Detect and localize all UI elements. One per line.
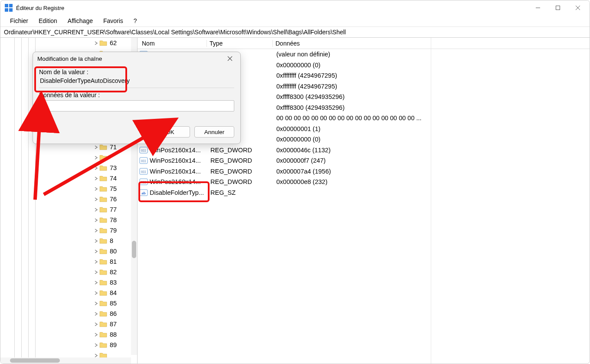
- chevron-right-icon[interactable]: [93, 177, 98, 180]
- tree-item[interactable]: 80: [0, 246, 137, 256]
- chevron-right-icon[interactable]: [93, 260, 98, 264]
- value-type-icon: 011: [139, 167, 148, 176]
- list-row[interactable]: ab DisableFolderTyp... REG_SZ: [138, 187, 590, 198]
- tree-item[interactable]: 83: [0, 277, 137, 288]
- chevron-right-icon[interactable]: [93, 312, 98, 316]
- menu-favorites[interactable]: Favoris: [98, 16, 128, 26]
- tree-item[interactable]: 77: [0, 204, 137, 215]
- tree-item-label: 77: [110, 206, 117, 213]
- folder-icon: [99, 248, 107, 255]
- window-title: Éditeur du Registre: [16, 5, 64, 11]
- close-button[interactable]: [568, 1, 588, 14]
- tree-item[interactable]: 79: [0, 225, 137, 236]
- tree-item[interactable]: 82: [0, 267, 137, 277]
- menu-help[interactable]: ?: [128, 16, 142, 26]
- menu-file[interactable]: Fichier: [5, 16, 33, 26]
- list-row[interactable]: 011 WinPos2160x14... REG_DWORD 0x0000046…: [138, 145, 590, 156]
- chevron-right-icon[interactable]: [93, 187, 98, 191]
- value-name-label: Nom de la valeur :: [39, 69, 234, 75]
- value-data: 0x000000e8 (232): [274, 178, 590, 185]
- value-name: DisableFolderTyp...: [150, 189, 208, 196]
- chevron-right-icon[interactable]: [93, 197, 98, 201]
- chevron-right-icon[interactable]: [93, 239, 98, 243]
- value-name: WinPos2160x14...: [150, 178, 208, 185]
- tree-item-label: 85: [110, 300, 117, 307]
- chevron-right-icon[interactable]: [93, 145, 98, 149]
- tree-item[interactable]: 85: [0, 298, 137, 308]
- list-header[interactable]: Nom Type Données: [138, 38, 590, 49]
- dialog-close-button[interactable]: [224, 53, 236, 64]
- value-type: REG_DWORD: [208, 168, 274, 175]
- list-row[interactable]: 011 WinPos2160x14... REG_DWORD 0x000007a…: [138, 166, 590, 177]
- tree-item-label: 83: [110, 279, 117, 286]
- folder-icon: [99, 269, 107, 275]
- chevron-right-icon[interactable]: [93, 41, 98, 45]
- tree-item-label: 78: [110, 216, 117, 223]
- chevron-right-icon[interactable]: [93, 354, 98, 357]
- tree-item[interactable]: 76: [0, 194, 137, 204]
- value-data: 0x00000001 (1): [274, 125, 590, 132]
- col-header-data[interactable]: Données: [273, 40, 590, 47]
- ok-button[interactable]: OK: [150, 126, 190, 138]
- chevron-right-icon[interactable]: [93, 249, 98, 253]
- folder-icon: [99, 279, 107, 286]
- col-header-name[interactable]: Nom: [138, 40, 207, 47]
- tree-item[interactable]: 8: [0, 236, 137, 246]
- tree-item[interactable]: 87: [0, 319, 137, 329]
- folder-icon: [99, 331, 107, 338]
- tree-item-label: 81: [110, 258, 117, 265]
- chevron-right-icon[interactable]: [93, 208, 98, 212]
- value-data: 0x000007a4 (1956): [274, 168, 590, 175]
- list-row[interactable]: 011 WinPos2160x14... REG_DWORD 0x000000e…: [138, 177, 590, 187]
- svg-text:011: 011: [141, 170, 146, 174]
- list-row[interactable]: 011 WinPos2160x14... REG_DWORD 0x000000f…: [138, 155, 590, 166]
- tree-item[interactable]: 88: [0, 329, 137, 340]
- folder-icon: [99, 216, 107, 223]
- chevron-right-icon[interactable]: [93, 166, 98, 170]
- chevron-right-icon[interactable]: [93, 229, 98, 233]
- chevron-right-icon[interactable]: [93, 302, 98, 305]
- menu-edit[interactable]: Edition: [33, 16, 62, 26]
- address-path: Ordinateur\HKEY_CURRENT_USER\Software\Cl…: [4, 29, 346, 36]
- tree-item[interactable]: 74: [0, 173, 137, 184]
- edit-string-dialog: Modification de la chaîne Nom de la vale…: [33, 52, 241, 144]
- value-type: REG_SZ: [208, 189, 274, 196]
- chevron-right-icon[interactable]: [93, 322, 98, 326]
- tree-hscrollbar[interactable]: [0, 357, 131, 364]
- tree-item[interactable]: 62: [0, 38, 137, 48]
- value-type: REG_DWORD: [208, 157, 274, 164]
- chevron-right-icon[interactable]: [93, 218, 98, 222]
- tree-item[interactable]: [0, 152, 137, 163]
- chevron-right-icon[interactable]: [93, 281, 98, 285]
- col-header-type[interactable]: Type: [207, 40, 273, 47]
- folder-icon: [99, 185, 107, 192]
- value-data: 0xffff8300 (4294935296): [274, 93, 590, 100]
- value-data: 00 00 00 00 00 00 00 00 00 00 00 00 00 0…: [274, 115, 590, 121]
- value-data-input[interactable]: [39, 100, 234, 111]
- menu-view[interactable]: Affichage: [62, 16, 98, 26]
- folder-icon: [99, 227, 107, 234]
- tree-item[interactable]: 89: [0, 340, 137, 350]
- address-bar[interactable]: Ordinateur\HKEY_CURRENT_USER\Software\Cl…: [0, 26, 590, 38]
- chevron-right-icon[interactable]: [93, 343, 98, 347]
- minimize-button[interactable]: [528, 1, 548, 14]
- tree-item[interactable]: 78: [0, 215, 137, 225]
- cancel-button[interactable]: Annuler: [194, 126, 234, 138]
- svg-text:011: 011: [141, 180, 146, 184]
- tree-item[interactable]: 84: [0, 288, 137, 298]
- value-name-text: DisableFolderTypeAutoDiscovery: [39, 77, 234, 84]
- svg-rect-0: [5, 4, 8, 7]
- tree-item[interactable]: 73: [0, 163, 137, 173]
- maximize-button[interactable]: [548, 1, 568, 14]
- chevron-right-icon[interactable]: [93, 156, 98, 160]
- tree-item[interactable]: 86: [0, 308, 137, 319]
- tree-item[interactable]: 81: [0, 256, 137, 267]
- chevron-right-icon[interactable]: [93, 333, 98, 337]
- chevron-right-icon[interactable]: [93, 270, 98, 274]
- registry-editor-window: Éditeur du Registre Fichier Edition Affi…: [0, 0, 590, 364]
- tree-item-label: 82: [110, 269, 117, 275]
- chevron-right-icon[interactable]: [93, 291, 98, 295]
- folder-icon: [99, 39, 107, 46]
- folder-icon: [99, 310, 107, 317]
- tree-item[interactable]: 75: [0, 184, 137, 194]
